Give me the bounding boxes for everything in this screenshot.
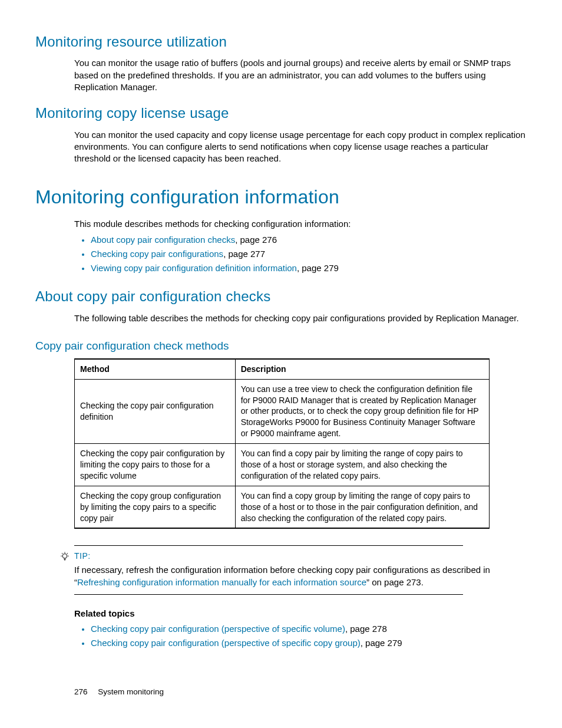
heading-check-methods: Copy pair configuration check methods	[35, 338, 527, 354]
table-row: Checking the copy group configuration by…	[75, 486, 490, 528]
page-ref: , page 276	[235, 235, 277, 245]
list-item: Checking copy pair configuration (perspe…	[91, 623, 527, 635]
tip-text: If necessary, refresh the configuration …	[74, 564, 527, 588]
tip-link[interactable]: Refreshing configuration information man…	[77, 577, 366, 587]
heading-copy-license-usage: Monitoring copy license usage	[35, 104, 527, 123]
svg-point-0	[62, 554, 67, 559]
methods-table: Method Description Checking the copy pai…	[74, 358, 490, 529]
tip-block: TIP: If necessary, refresh the configura…	[74, 545, 527, 594]
paragraph: You can monitor the usage ratio of buffe…	[74, 57, 527, 93]
cross-ref-link[interactable]: Checking copy pair configurations	[91, 249, 223, 259]
tip-icon	[59, 551, 71, 565]
body-block: The following table describes the method…	[74, 312, 527, 324]
table-cell-description: You can use a tree view to check the con…	[235, 379, 489, 443]
list-item: Checking copy pair configuration (perspe…	[91, 637, 527, 649]
table-header-description: Description	[235, 359, 489, 379]
paragraph: This module describes methods for checki…	[74, 218, 527, 230]
tip-label: TIP:	[74, 551, 527, 562]
footer-section: System monitoring	[98, 687, 164, 696]
svg-line-4	[62, 554, 62, 554]
related-topics-heading: Related topics	[74, 608, 527, 620]
table-cell-method: Checking the copy group configuration by…	[75, 486, 236, 528]
page-ref: , page 279	[361, 638, 402, 648]
heading-about-checks: About copy pair configuration checks	[35, 287, 527, 306]
paragraph: You can monitor the used capacity and co…	[74, 129, 527, 165]
horizontal-rule	[74, 594, 463, 595]
cross-ref-link[interactable]: Checking copy pair configuration (perspe…	[91, 638, 361, 648]
heading-resource-utilization: Monitoring resource utilization	[35, 32, 527, 51]
page-ref: , page 279	[297, 263, 339, 273]
svg-line-5	[67, 554, 68, 554]
table-cell-description: You can find a copy pair by limiting the…	[235, 444, 489, 486]
table-row: Checking the copy pair configuration def…	[75, 379, 490, 443]
cross-ref-link[interactable]: Checking copy pair configuration (perspe…	[91, 624, 345, 634]
list-item: Viewing copy pair configuration definiti…	[91, 262, 527, 274]
body-block: You can monitor the usage ratio of buffe…	[74, 57, 527, 93]
paragraph: The following table describes the method…	[74, 312, 527, 324]
table-header-method: Method	[75, 359, 236, 379]
table-cell-method: Checking the copy pair configuration def…	[75, 379, 236, 443]
document-page: Monitoring resource utilization You can …	[0, 0, 562, 728]
link-list: About copy pair configuration checks, pa…	[74, 234, 527, 275]
tip-text-post: ” on page 273.	[366, 577, 424, 587]
horizontal-rule	[74, 545, 463, 546]
page-ref: , page 277	[223, 249, 265, 259]
table-header-row: Method Description	[75, 359, 490, 379]
list-item: Checking copy pair configurations, page …	[91, 248, 527, 260]
table-row: Checking the copy pair configuration by …	[75, 444, 490, 486]
related-list: Checking copy pair configuration (perspe…	[74, 623, 527, 650]
cross-ref-link[interactable]: About copy pair configuration checks	[91, 235, 235, 245]
page-ref: , page 278	[345, 624, 387, 634]
heading-config-information: Monitoring configuration information	[35, 185, 527, 210]
page-footer: 276 System monitoring	[74, 687, 164, 697]
body-block: This module describes methods for checki…	[74, 218, 527, 274]
table-cell-description: You can find a copy group by limiting th…	[235, 486, 489, 528]
body-block: You can monitor the used capacity and co…	[74, 129, 527, 165]
page-number: 276	[74, 687, 88, 696]
cross-ref-link[interactable]: Viewing copy pair configuration definiti…	[91, 263, 297, 273]
table-cell-method: Checking the copy pair configuration by …	[75, 444, 236, 486]
list-item: About copy pair configuration checks, pa…	[91, 234, 527, 246]
